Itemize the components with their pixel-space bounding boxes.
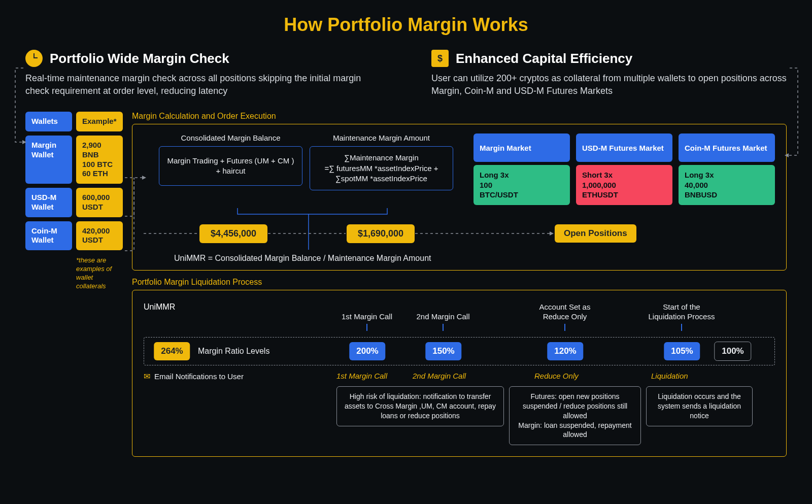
email-note: Email Notifications to User <box>154 372 244 381</box>
clock-icon <box>25 50 43 67</box>
example-header: Example* <box>76 112 123 131</box>
market-2-name: Coin-M Futures Market <box>679 133 775 162</box>
consolidated-value: $4,456,000 <box>199 224 267 243</box>
intro-right-desc: User can utilize 200+ cryptos as collate… <box>431 72 787 97</box>
annot-2: 2nd Margin Call <box>413 372 466 380</box>
intro-right-heading: Enhanced Capital Efficiency <box>456 51 632 66</box>
dollar-icon: $ <box>431 50 449 67</box>
wallet-coinm-example: 420,000 USDT <box>76 221 123 251</box>
ratio-pill-2: 150% <box>425 342 461 360</box>
wallet-margin: Margin Wallet <box>25 136 72 184</box>
ratio-box: Margin Ratio Levels 264%200%150%120%105%… <box>144 337 775 365</box>
market-1-position: Short 3x 1,000,000 ETHUSDT <box>576 165 672 205</box>
calc-section-label: Margin Calculation and Order Execution <box>132 112 787 121</box>
intro-right: $ Enhanced Capital Efficiency User can u… <box>431 50 787 97</box>
wallet-coinm: Coin-M Wallet <box>25 221 72 251</box>
stage-1-name: 1st Margin Call <box>329 312 405 331</box>
consolidated-title: Consolidated Margin Balance <box>159 133 302 142</box>
open-positions-pill: Open Positions <box>555 224 636 243</box>
market-2-position: Long 3x 40,000 BNBUSD <box>679 165 775 205</box>
liq-section-label: Portfolio Margin Liquidation Process <box>132 278 787 287</box>
ratio-pill-0: 264% <box>154 342 190 360</box>
wallets-column: Wallets Example* Margin Wallet 2,900 BNB… <box>25 112 123 290</box>
desc-box-1: Futures: open new positions suspended / … <box>509 386 641 445</box>
unimmr-formula: UniMMR = Consolidated Margin Balance / M… <box>174 254 775 263</box>
stage-3-name: Account Set as Reduce Only <box>527 303 603 331</box>
desc-row: High risk of liquidation: notification t… <box>144 386 775 447</box>
wallet-usdm-example: 600,000 USDT <box>76 188 123 217</box>
intro-left-heading: Portfolio Wide Margin Check <box>50 51 229 66</box>
calc-panel: Consolidated Margin Balance Margin Tradi… <box>132 124 787 271</box>
maintenance-title: Maintenance Margin Amount <box>310 133 453 142</box>
stage-2-name: 2nd Margin Call <box>405 312 481 331</box>
market-1-name: USD-M Futures Market <box>576 133 672 162</box>
market-0-name: Margin Market <box>473 133 570 162</box>
markets-row: Margin MarketLong 3x 100 BTC/USDTUSD-M F… <box>473 133 775 205</box>
annot-1: 1st Margin Call <box>336 372 387 380</box>
envelope-icon: ✉ <box>144 372 150 381</box>
ratio-pill-5: 100% <box>714 342 751 361</box>
wallets-header: Wallets <box>25 112 72 131</box>
wallet-margin-example: 2,900 BNB 100 BTC 60 ETH <box>76 136 123 184</box>
intro-left: Portfolio Wide Margin Check Real-time ma… <box>25 50 381 97</box>
liq-stages: UniMMR 1st Margin Call2nd Margin CallAcc… <box>144 300 775 331</box>
stage-4-name: Start of the Liquidation Process <box>644 303 720 331</box>
desc-box-0: High risk of liquidation: notification t… <box>336 386 504 426</box>
annot-3: Reduce Only <box>534 372 579 380</box>
liq-panel: UniMMR 1st Margin Call2nd Margin CallAcc… <box>132 290 787 457</box>
page-title: How Portfolio Margin Works <box>25 14 787 36</box>
maintenance-value: $1,690,000 <box>347 224 415 243</box>
desc-box-2: Liquidation occurs and the system sends … <box>646 386 753 426</box>
maintenance-body: ∑Maintenance Margin =∑ futuresMM *assetI… <box>310 146 453 190</box>
unimmr-label: UniMMR <box>144 300 175 312</box>
ratio-pill-1: 200% <box>349 342 385 360</box>
wallets-footnote: *these are examples of wallet collateral… <box>76 256 122 291</box>
ratio-pill-3: 120% <box>547 342 583 360</box>
wallet-usdm: USD-M Wallet <box>25 188 72 217</box>
annot-4: Liquidation <box>651 372 688 380</box>
consolidated-body: Margin Trading + Futures (UM + CM ) + ha… <box>159 146 302 186</box>
intro-left-desc: Real-time maintenance margin check acros… <box>25 72 381 97</box>
ratio-pill-4: 105% <box>664 342 700 360</box>
intro-row: Portfolio Wide Margin Check Real-time ma… <box>25 50 787 97</box>
ratio-label: Margin Ratio Levels <box>198 347 269 356</box>
market-0-position: Long 3x 100 BTC/USDT <box>473 165 570 205</box>
